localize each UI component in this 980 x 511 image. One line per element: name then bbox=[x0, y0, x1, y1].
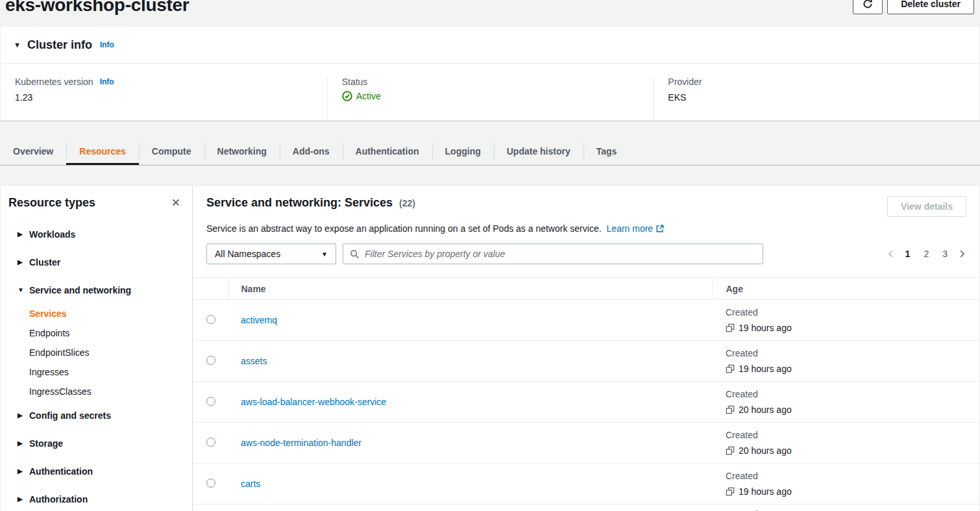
row-radio[interactable] bbox=[206, 315, 215, 324]
copy-icon[interactable] bbox=[726, 405, 735, 414]
age-value: 19 hours ago bbox=[739, 322, 792, 334]
tab-update-history[interactable]: Update history bbox=[494, 138, 583, 165]
page-number-2[interactable]: 2 bbox=[920, 247, 933, 260]
resource-item-endpoints[interactable]: Endpoints bbox=[1, 323, 192, 343]
age-created-label: Created bbox=[726, 388, 979, 400]
cluster-info-info-link[interactable]: Info bbox=[100, 40, 114, 49]
status-value: Active bbox=[356, 91, 381, 101]
tab-tags[interactable]: Tags bbox=[583, 138, 630, 165]
table-row-partial: Created bbox=[193, 505, 979, 511]
resource-group-label: Authentication bbox=[29, 466, 93, 477]
services-count: (22) bbox=[399, 198, 415, 208]
kubernetes-version-info-link[interactable]: Info bbox=[100, 77, 114, 86]
copy-icon[interactable] bbox=[726, 487, 735, 496]
tab-add-ons[interactable]: Add-ons bbox=[280, 138, 343, 165]
table-row: aws-load-balancer-webhook-service Create… bbox=[193, 382, 979, 423]
row-radio[interactable] bbox=[206, 438, 215, 447]
services-title: Service and networking: Services bbox=[206, 196, 393, 209]
table-row: carts Created 19 hours ago bbox=[193, 464, 979, 505]
resource-group-authentication[interactable]: ▶ Authentication bbox=[1, 457, 192, 485]
service-link-carts[interactable]: carts bbox=[241, 479, 260, 489]
page-number-3[interactable]: 3 bbox=[938, 247, 951, 260]
chevron-down-icon: ▼ bbox=[321, 251, 328, 258]
services-table: Name Age activemq Created 19 hours ago bbox=[193, 277, 979, 511]
view-details-button[interactable]: View details bbox=[887, 196, 966, 217]
status-field: Status Active bbox=[327, 77, 654, 120]
close-icon[interactable]: ✕ bbox=[171, 197, 180, 208]
table-row: aws-node-termination-handler Created 20 … bbox=[193, 423, 979, 464]
service-link-aws-node-termination-handler[interactable]: aws-node-termination-handler bbox=[241, 438, 361, 448]
resource-group-service-and-networking[interactable]: ▼ Service and networking bbox=[1, 276, 192, 304]
resource-group-label: Authorization bbox=[29, 494, 88, 505]
caret-down-icon: ▼ bbox=[18, 286, 29, 293]
resources-content: Resource types ✕ ▶ Workloads ▶ Cluster ▼… bbox=[0, 185, 980, 511]
cluster-info-header[interactable]: ▼ Cluster info Info bbox=[1, 27, 979, 64]
caret-right-icon: ▶ bbox=[18, 412, 29, 419]
service-link-activemq[interactable]: activemq bbox=[241, 315, 277, 325]
kubernetes-version-value: 1.23 bbox=[15, 92, 313, 103]
delete-cluster-button[interactable]: Delete cluster bbox=[887, 0, 974, 14]
copy-icon[interactable] bbox=[726, 364, 735, 373]
resource-item-ingresses[interactable]: Ingresses bbox=[1, 362, 192, 382]
cluster-tabs: Overview Resources Compute Networking Ad… bbox=[0, 138, 980, 166]
chevron-left-icon[interactable] bbox=[887, 249, 896, 258]
services-panel: Service and networking: Services (22) Vi… bbox=[193, 186, 979, 511]
name-column-header[interactable]: Name bbox=[228, 278, 712, 300]
page-number-1[interactable]: 1 bbox=[901, 247, 914, 260]
caret-right-icon: ▶ bbox=[18, 495, 29, 503]
kubernetes-version-label: Kubernetes version bbox=[15, 77, 93, 87]
chevron-right-icon[interactable] bbox=[957, 249, 966, 258]
resource-group-workloads[interactable]: ▶ Workloads bbox=[1, 220, 192, 248]
refresh-button[interactable] bbox=[853, 0, 883, 14]
page-title: eks-workshop-cluster bbox=[5, 0, 189, 16]
tab-networking[interactable]: Networking bbox=[204, 138, 280, 165]
copy-icon[interactable] bbox=[726, 323, 735, 332]
age-value: 19 hours ago bbox=[739, 363, 792, 375]
resource-group-config-and-secrets[interactable]: ▶ Config and secrets bbox=[1, 401, 192, 429]
row-radio[interactable] bbox=[206, 479, 215, 488]
table-row: assets Created 19 hours ago bbox=[193, 341, 979, 382]
tab-logging[interactable]: Logging bbox=[432, 138, 494, 165]
row-radio[interactable] bbox=[206, 397, 215, 406]
search-icon bbox=[350, 249, 360, 259]
namespace-filter-value: All Namespaces bbox=[215, 249, 280, 259]
age-value: 20 hours ago bbox=[739, 445, 792, 456]
resource-types-panel: Resource types ✕ ▶ Workloads ▶ Cluster ▼… bbox=[1, 186, 193, 511]
service-link-assets[interactable]: assets bbox=[241, 356, 267, 366]
row-radio[interactable] bbox=[206, 356, 215, 365]
provider-field: Provider EKS bbox=[653, 77, 979, 120]
learn-more-link[interactable]: Learn more bbox=[607, 223, 665, 234]
provider-label: Provider bbox=[668, 77, 702, 87]
resource-types-tree: ▶ Workloads ▶ Cluster ▼ Service and netw… bbox=[1, 215, 192, 511]
service-link-aws-load-balancer-webhook-service[interactable]: aws-load-balancer-webhook-service bbox=[241, 397, 386, 407]
kubernetes-version-field: Kubernetes version Info 1.23 bbox=[1, 77, 327, 120]
table-row: activemq Created 19 hours ago bbox=[193, 300, 979, 341]
provider-value: EKS bbox=[668, 92, 965, 103]
resource-group-label: Workloads bbox=[29, 229, 75, 240]
cluster-info-card: ▼ Cluster info Info Kubernetes version I… bbox=[0, 26, 980, 121]
age-value: 19 hours ago bbox=[739, 486, 792, 497]
status-label: Status bbox=[342, 77, 368, 87]
search-input[interactable] bbox=[365, 249, 756, 259]
resource-item-services[interactable]: Services bbox=[1, 304, 192, 323]
resource-item-endpointslices[interactable]: EndpointSlices bbox=[1, 343, 192, 362]
caret-down-icon[interactable]: ▼ bbox=[14, 41, 21, 49]
resource-group-label: Storage bbox=[29, 438, 63, 449]
resource-group-cluster[interactable]: ▶ Cluster bbox=[1, 248, 192, 276]
tab-overview[interactable]: Overview bbox=[0, 138, 66, 165]
tab-authentication[interactable]: Authentication bbox=[343, 138, 432, 165]
age-created-label: Created bbox=[726, 429, 979, 441]
tab-resources[interactable]: Resources bbox=[66, 138, 139, 165]
refresh-icon bbox=[863, 0, 873, 9]
namespace-filter-select[interactable]: All Namespaces ▼ bbox=[206, 243, 336, 264]
resource-item-ingressclasses[interactable]: IngressClasses bbox=[1, 382, 192, 401]
resource-group-storage[interactable]: ▶ Storage bbox=[1, 429, 192, 457]
tab-compute[interactable]: Compute bbox=[139, 138, 204, 165]
age-created-label: Created bbox=[726, 306, 979, 318]
caret-right-icon: ▶ bbox=[18, 231, 29, 238]
age-created-label: Created bbox=[726, 470, 979, 482]
resource-group-label: Cluster bbox=[29, 257, 60, 268]
copy-icon[interactable] bbox=[726, 446, 735, 455]
age-column-header[interactable]: Age bbox=[712, 278, 979, 300]
resource-group-authorization[interactable]: ▶ Authorization bbox=[1, 485, 192, 511]
